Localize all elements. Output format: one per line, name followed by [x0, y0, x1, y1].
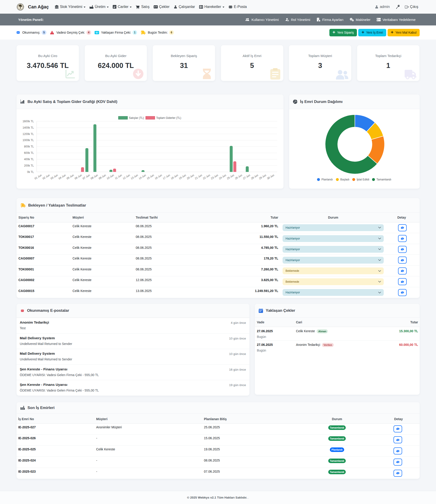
svg-text:04 Jun: 04 Jun	[58, 174, 66, 180]
svg-text:25 Jun: 25 Jun	[227, 174, 235, 180]
svg-text:05 Jun: 05 Jun	[66, 174, 74, 180]
svg-text:17 Jun: 17 Jun	[162, 174, 171, 180]
svg-text:26 Jun: 26 Jun	[234, 174, 243, 180]
svg-text:27 Jun: 27 Jun	[243, 174, 251, 180]
svg-text:1400k TL: 1400k TL	[22, 126, 34, 129]
svg-text:19 Jun: 19 Jun	[178, 174, 186, 180]
svg-text:Toplam Giderler (TL): Toplam Giderler (TL)	[156, 116, 181, 119]
svg-text:22 Jun: 22 Jun	[202, 174, 210, 180]
svg-text:23 Jun: 23 Jun	[210, 174, 219, 180]
svg-text:21 Jun: 21 Jun	[194, 174, 202, 180]
svg-text:800k TL: 800k TL	[24, 145, 34, 148]
svg-text:İptal Edildi: İptal Edildi	[357, 178, 369, 181]
svg-text:08 Jun: 08 Jun	[90, 174, 99, 180]
svg-text:13 Jun: 13 Jun	[130, 174, 138, 180]
svg-text:Tamamlandı: Tamamlandı	[376, 178, 391, 181]
svg-text:28 Jun: 28 Jun	[251, 174, 259, 180]
svg-text:07 Jun: 07 Jun	[82, 174, 90, 180]
svg-text:1000k TL: 1000k TL	[22, 139, 34, 142]
svg-text:29 Jun: 29 Jun	[258, 174, 267, 180]
svg-text:14 Jun: 14 Jun	[138, 174, 146, 180]
svg-text:1200k TL: 1200k TL	[22, 133, 34, 136]
svg-text:09 Jun: 09 Jun	[98, 174, 106, 180]
svg-text:1600k TL: 1600k TL	[22, 120, 34, 123]
svg-text:30 Jun: 30 Jun	[266, 174, 275, 180]
svg-text:18 Jun: 18 Jun	[170, 174, 178, 180]
svg-text:12 Jun: 12 Jun	[122, 174, 130, 180]
svg-text:06 Jun: 06 Jun	[74, 174, 82, 180]
svg-text:Satışlar (TL): Satışlar (TL)	[129, 116, 144, 119]
svg-text:0k TL: 0k TL	[27, 171, 34, 174]
svg-text:11 Jun: 11 Jun	[114, 174, 122, 180]
svg-text:10 Jun: 10 Jun	[106, 174, 114, 180]
svg-text:15 Jun: 15 Jun	[146, 174, 154, 180]
svg-text:Planlandı: Planlandı	[321, 178, 333, 181]
svg-text:Başladı: Başladı	[340, 178, 349, 181]
svg-text:600k TL: 600k TL	[24, 151, 34, 154]
svg-text:20 Jun: 20 Jun	[186, 174, 195, 180]
svg-text:02 Jun: 02 Jun	[42, 174, 50, 180]
svg-text:16 Jun: 16 Jun	[154, 174, 163, 180]
svg-text:01 Jun: 01 Jun	[34, 174, 42, 180]
svg-text:24 Jun: 24 Jun	[218, 174, 227, 180]
svg-text:03 Jun: 03 Jun	[50, 174, 58, 180]
svg-text:200k TL: 200k TL	[24, 164, 34, 167]
svg-text:400k TL: 400k TL	[24, 158, 34, 161]
